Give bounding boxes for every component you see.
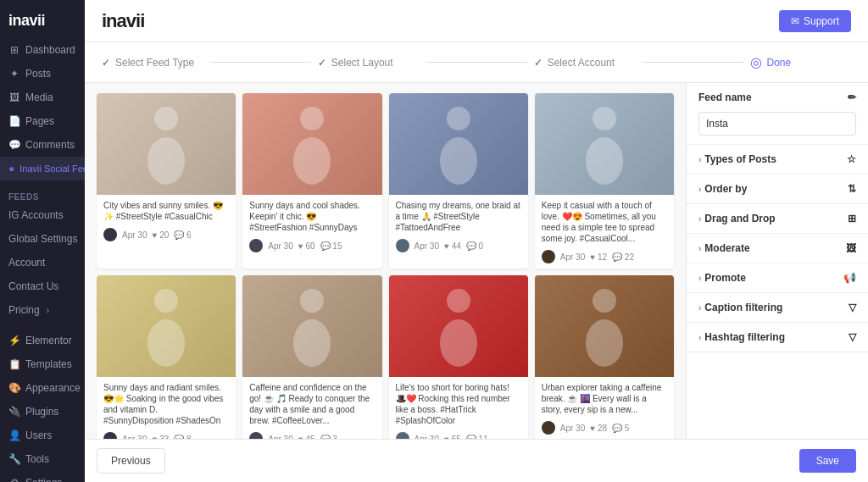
sidebar-item-account[interactable]: Account: [0, 251, 85, 274]
sidebar-item-pages[interactable]: 📄 Pages: [0, 109, 85, 133]
photo-card: Sunny days and cool shades. Keepin' it c…: [242, 93, 381, 269]
photo-card: Caffeine and confidence on the go! ☕ 🎵 R…: [242, 275, 381, 439]
settings-icon: ⚙: [8, 477, 20, 482]
sidebar-item-global-settings[interactable]: Global Settings: [0, 227, 85, 251]
svg-point-13: [440, 319, 477, 367]
elementor-icon: ⚡: [8, 335, 20, 346]
sidebar-item-comments[interactable]: 💬 Comments: [0, 133, 85, 157]
sidebar: inavii ⊞ Dashboard ✦ Posts 🖼 Media 📄 Pag…: [0, 0, 85, 482]
wizard-step-done: ◎ Done: [750, 54, 851, 70]
hashtag-filtering-section: › Hashtag filtering ▽: [687, 323, 868, 352]
wizard-steps: ✓ Select Feed Type ✓ Select Layout ✓ Sel…: [85, 42, 868, 83]
sidebar-item-label: Users: [25, 429, 52, 441]
step-label-2: Select Layout: [331, 57, 393, 69]
check-icon-3: ✓: [534, 57, 542, 69]
drag-and-drop-section: › Drag and Drop ⊞: [687, 204, 868, 234]
avatar: [542, 250, 555, 263]
sidebar-item-dashboard[interactable]: ⊞ Dashboard: [0, 38, 85, 62]
wizard-step-account: ✓ Select Account: [534, 57, 635, 69]
drag-and-drop-header[interactable]: › Drag and Drop ⊞: [687, 204, 868, 233]
hashtag-filtering-header[interactable]: › Hashtag filtering ▽: [687, 323, 868, 352]
sidebar-item-tools[interactable]: 🔧 Tools: [0, 447, 85, 471]
sidebar-item-pricing[interactable]: Pricing ›: [0, 298, 85, 322]
sidebar-item-settings[interactable]: ⚙ Settings: [0, 471, 85, 482]
caption-filtering-header[interactable]: › Caption filtering ▽: [687, 293, 868, 322]
comments-icon: 💬: [8, 139, 20, 151]
likes-count: ♥ 20: [152, 230, 169, 240]
save-button[interactable]: Save: [799, 449, 856, 473]
pricing-arrow: ›: [47, 306, 49, 315]
sidebar-item-plugins[interactable]: 🔌 Plugins: [0, 400, 85, 424]
sidebar-item-contact-us[interactable]: Contact Us: [0, 274, 85, 298]
sidebar-item-media[interactable]: 🖼 Media: [0, 86, 85, 109]
feed-name-section: Feed name ✏: [687, 83, 868, 145]
step-line-1: [209, 62, 310, 63]
comments-count: 💬 15: [320, 241, 342, 251]
content-area: ✓ Select Feed Type ✓ Select Layout ✓ Sel…: [85, 42, 868, 482]
sidebar-section-feeds: Feeds: [0, 187, 85, 203]
chevron-right-icon-2: ›: [698, 185, 701, 194]
chevron-right-icon-6: ›: [698, 303, 701, 313]
moderate-label: Moderate: [704, 242, 749, 254]
sidebar-logo: inavii: [0, 0, 85, 38]
photo-meta: Apr 30♥ 60💬 15: [242, 236, 381, 258]
sidebar-item-label: Appearance: [25, 382, 81, 394]
promote-icon: 📢: [843, 272, 856, 284]
done-circle-icon: ◎: [750, 54, 762, 70]
post-date: Apr 30: [268, 241, 292, 251]
wizard-step-feed-type: ✓ Select Feed Type: [102, 57, 203, 69]
sidebar-item-ig-accounts[interactable]: IG Accounts: [0, 203, 85, 227]
photo-caption: Urban explorer taking a caffeine break. …: [535, 377, 674, 418]
sidebar-item-users[interactable]: 👤 Users: [0, 424, 85, 447]
bottom-bar: Previous Save: [85, 439, 868, 482]
sidebar-item-posts[interactable]: ✦ Posts: [0, 62, 85, 86]
types-of-posts-section: › Types of Posts ☆: [687, 145, 868, 175]
sort-icon: ⇅: [848, 183, 856, 195]
moderate-icon: 🖼: [846, 242, 856, 254]
photo-card: Chasing my dreams, one braid at a time 🙏…: [389, 93, 528, 269]
order-by-header[interactable]: › Order by ⇅: [687, 175, 868, 203]
sidebar-item-inavii[interactable]: ● Inavii Social Feed: [0, 157, 85, 180]
step-label-3: Select Account: [548, 57, 615, 69]
sidebar-item-elementor[interactable]: ⚡ Elementor: [0, 329, 85, 352]
sidebar-item-label: Settings: [25, 477, 62, 482]
app-logo: inavii: [102, 10, 144, 32]
types-of-posts-header[interactable]: › Types of Posts ☆: [687, 145, 868, 174]
sidebar-item-label: Inavii Social Feed: [19, 163, 85, 174]
likes-count: ♥ 28: [590, 424, 607, 433]
svg-point-3: [293, 137, 331, 185]
photo-meta: Apr 30♥ 44💬 0: [389, 236, 528, 258]
avatar: [249, 239, 263, 252]
photo-grid: City vibes and sunny smiles. 😎✨ #StreetS…: [97, 93, 674, 439]
photo-caption: Keep it casual with a touch of love. ❤️😍…: [535, 195, 674, 247]
photo-meta: Apr 30♥ 28💬 5: [535, 418, 674, 439]
sidebar-item-templates[interactable]: 📋 Templates: [0, 352, 85, 376]
types-of-posts-label: Types of Posts: [704, 153, 776, 165]
grid-panel: City vibes and sunny smiles. 😎✨ #StreetS…: [85, 83, 868, 439]
svg-point-0: [154, 107, 178, 130]
moderate-section: › Moderate 🖼: [687, 234, 868, 263]
svg-point-14: [593, 289, 616, 313]
photo-caption: Sunny days and radiant smiles. 😎🌟 Soakin…: [97, 377, 236, 429]
users-icon: 👤: [8, 429, 20, 441]
promote-header[interactable]: › Promote 📢: [687, 263, 868, 292]
grid-icon: ⊞: [848, 213, 856, 224]
appearance-icon: 🎨: [8, 382, 20, 394]
photo-caption: Life's too short for boring hats! 🎩❤️ Ro…: [389, 377, 528, 429]
svg-point-2: [300, 107, 324, 130]
moderate-header[interactable]: › Moderate 🖼: [687, 234, 868, 263]
likes-count: ♥ 60: [298, 241, 315, 251]
feed-name-input[interactable]: [698, 112, 856, 136]
support-label: Support: [804, 15, 839, 27]
inavii-icon: ●: [8, 163, 14, 175]
photo-meta: Apr 30♥ 12💬 22: [535, 247, 674, 269]
sidebar-item-appearance[interactable]: 🎨 Appearance: [0, 376, 85, 400]
feed-name-header[interactable]: Feed name ✏: [687, 83, 868, 112]
sidebar-item-label: Comments: [25, 139, 75, 151]
avatar: [396, 239, 409, 252]
likes-count: ♥ 44: [444, 241, 461, 251]
previous-button[interactable]: Previous: [97, 448, 165, 474]
support-button[interactable]: ✉ Support: [779, 10, 851, 32]
avatar: [542, 421, 555, 435]
check-icon-2: ✓: [318, 57, 326, 69]
